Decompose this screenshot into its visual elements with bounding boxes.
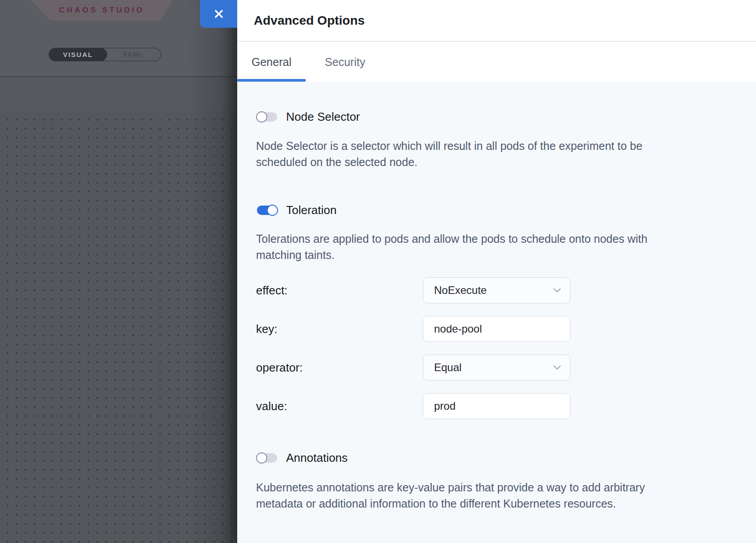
studio-toolbar bbox=[0, 77, 237, 111]
experiment-canvas bbox=[0, 111, 237, 543]
brand-title: CHAOS STUDIO bbox=[59, 6, 144, 15]
close-drawer-button[interactable] bbox=[200, 0, 237, 28]
screen: CHAOS STUDIO VISUAL YAML Advanced Option… bbox=[0, 0, 756, 543]
toggle-knob bbox=[256, 111, 267, 123]
effect-select-value: NoExecute bbox=[434, 284, 553, 297]
annotations-label: Annotations bbox=[286, 451, 348, 465]
operator-label: operator: bbox=[256, 355, 303, 381]
view-mode-toggle[interactable]: VISUAL YAML bbox=[48, 48, 161, 61]
chevron-down-icon bbox=[553, 365, 561, 370]
annotations-row: Annotations bbox=[257, 451, 348, 465]
operator-select[interactable]: Equal bbox=[423, 355, 570, 381]
node-selector-label: Node Selector bbox=[286, 110, 360, 124]
toggle-knob bbox=[256, 452, 267, 464]
tab-visual-label: VISUAL bbox=[63, 51, 93, 58]
toleration-toggle[interactable] bbox=[257, 206, 277, 215]
tab-visual[interactable]: VISUAL bbox=[49, 48, 107, 61]
operator-field-row: operator: Equal bbox=[237, 355, 756, 381]
node-selector-row: Node Selector bbox=[257, 110, 360, 124]
annotations-description: Kubernetes annotations are key-value pai… bbox=[256, 479, 736, 512]
node-selector-toggle[interactable] bbox=[257, 112, 277, 122]
close-icon bbox=[213, 9, 224, 19]
tab-yaml[interactable]: YAML bbox=[107, 48, 161, 61]
effect-field-row: effect: NoExecute bbox=[237, 277, 756, 303]
key-field-row: key: bbox=[237, 316, 756, 342]
chevron-down-icon bbox=[553, 288, 561, 293]
brand-banner: CHAOS STUDIO bbox=[30, 0, 173, 21]
tab-security[interactable]: Security bbox=[322, 43, 369, 82]
node-selector-description: Node Selector is a selector which will r… bbox=[256, 138, 736, 170]
chaos-studio-panel: CHAOS STUDIO VISUAL YAML bbox=[0, 0, 237, 543]
toggle-knob bbox=[267, 205, 278, 216]
tab-general-label: General bbox=[252, 56, 291, 69]
advanced-options-drawer: Advanced Options General Security Node S… bbox=[237, 0, 756, 543]
value-field-row: value: bbox=[237, 393, 756, 419]
key-input[interactable] bbox=[423, 316, 570, 342]
toleration-description: Tolerations are applied to pods and allo… bbox=[256, 231, 736, 263]
value-input[interactable] bbox=[423, 393, 570, 419]
drawer-header: Advanced Options bbox=[237, 0, 756, 42]
tab-general[interactable]: General bbox=[237, 43, 306, 82]
general-tab-content: Node Selector Node Selector is a selecto… bbox=[237, 82, 756, 543]
effect-select[interactable]: NoExecute bbox=[423, 277, 570, 303]
value-label: value: bbox=[256, 393, 287, 419]
effect-label: effect: bbox=[256, 277, 287, 303]
toleration-label: Toleration bbox=[286, 203, 337, 217]
key-label: key: bbox=[256, 316, 278, 342]
annotations-toggle[interactable] bbox=[257, 453, 277, 463]
drawer-title: Advanced Options bbox=[254, 13, 365, 28]
operator-select-value: Equal bbox=[434, 361, 553, 374]
tab-yaml-label: YAML bbox=[122, 51, 144, 58]
toleration-row: Toleration bbox=[257, 203, 337, 217]
tab-security-label: Security bbox=[325, 56, 365, 69]
drawer-tabs: General Security bbox=[237, 43, 756, 82]
